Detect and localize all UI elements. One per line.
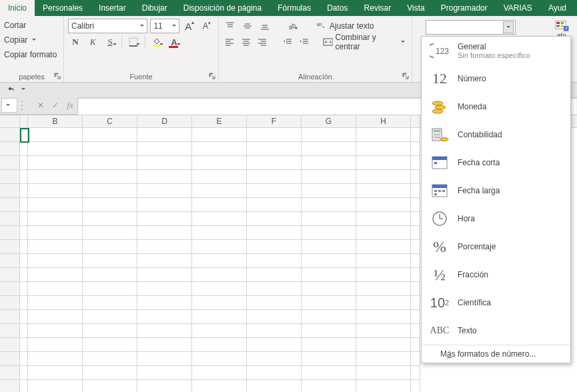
cell[interactable] [302,366,356,380]
cell[interactable] [411,240,420,254]
column-header[interactable]: E [192,115,247,127]
cell[interactable] [28,226,83,240]
row-header[interactable] [0,366,19,380]
cell[interactable] [83,128,137,142]
cell[interactable] [247,338,302,352]
cell[interactable] [28,142,83,156]
clipboard-launcher-icon[interactable] [53,72,61,80]
cut-button[interactable]: Cortar [4,19,59,32]
orientation-button[interactable]: ab [284,19,299,33]
cell[interactable] [28,128,83,142]
tab-revisar[interactable]: Revisar [356,0,400,16]
align-center-button[interactable] [239,35,253,49]
cell[interactable] [83,240,137,254]
cell[interactable] [411,254,420,268]
cell[interactable] [356,282,411,296]
cell[interactable] [28,352,83,366]
cell[interactable] [28,282,83,296]
cell[interactable] [302,170,356,184]
cell[interactable] [192,184,247,198]
cell[interactable] [20,310,28,324]
bold-button[interactable]: N [68,35,83,49]
column-header[interactable]: D [137,115,192,127]
cell[interactable] [302,254,356,268]
cell[interactable] [356,254,411,268]
cell[interactable] [356,212,411,226]
cell[interactable] [137,128,192,142]
cell[interactable] [20,212,28,226]
cell[interactable] [411,170,420,184]
cell[interactable] [247,324,302,338]
cell[interactable] [302,156,356,170]
cell[interactable] [356,240,411,254]
increase-font-button[interactable]: A▴ [182,19,197,33]
cell[interactable] [28,324,83,338]
tab-inicio[interactable]: Inicio [0,0,35,16]
column-header[interactable] [411,115,420,127]
format-currency[interactable]: Moneda [422,93,570,121]
confirm-formula-button[interactable]: ✓ [48,98,63,113]
cell[interactable] [137,268,192,282]
cell[interactable] [356,198,411,212]
align-top-button[interactable] [223,19,237,33]
merge-center-button[interactable]: Combinar y centrar [320,35,408,49]
cell[interactable] [83,352,137,366]
cell[interactable] [411,352,420,366]
cell[interactable] [247,296,302,310]
row-header[interactable] [0,156,19,170]
tab-disposicion[interactable]: Disposición de página [175,0,269,16]
cell[interactable] [137,310,192,324]
cell[interactable] [356,338,411,352]
cell[interactable] [302,310,356,324]
cell[interactable] [28,198,83,212]
tab-insertar[interactable]: Insertar [91,0,134,16]
column-header[interactable]: C [83,115,137,127]
alignment-launcher-icon[interactable] [402,72,410,80]
cell[interactable] [83,198,137,212]
cell[interactable] [137,282,192,296]
cell[interactable] [302,296,356,310]
cell[interactable] [137,212,192,226]
column-header[interactable]: B [28,115,83,127]
cell[interactable] [20,324,28,338]
cell[interactable] [356,296,411,310]
cell[interactable] [83,268,137,282]
italic-button[interactable]: K [85,35,100,49]
cell[interactable] [20,338,28,352]
cell[interactable] [83,156,137,170]
row-header[interactable] [0,128,19,142]
cell[interactable] [137,366,192,380]
format-fraction[interactable]: ½ Fracción [422,261,570,289]
cell[interactable] [20,268,28,282]
cell[interactable] [192,310,247,324]
cell[interactable] [28,366,83,380]
cell[interactable] [247,310,302,324]
font-name-combo[interactable]: Calibri [68,19,147,33]
cell[interactable] [20,226,28,240]
cell[interactable] [83,226,137,240]
cell[interactable] [28,254,83,268]
cell[interactable] [83,366,137,380]
cell[interactable] [20,282,28,296]
cell[interactable] [356,170,411,184]
insert-function-button[interactable]: fx [63,98,77,113]
cell[interactable] [137,184,192,198]
row-header[interactable] [0,142,19,156]
cell[interactable] [302,338,356,352]
tab-formulas[interactable]: Fórmulas [269,0,319,16]
format-text[interactable]: ABC Texto [422,317,570,345]
cell[interactable] [411,380,420,392]
cell[interactable] [302,226,356,240]
cell[interactable] [411,212,420,226]
cell[interactable] [411,366,420,380]
cell[interactable] [192,212,247,226]
fill-color-button[interactable] [149,35,164,49]
decrease-font-button[interactable]: A▾ [199,19,214,33]
copy-button[interactable]: Copiar [4,33,59,47]
tab-varias[interactable]: VARIAS [496,0,540,16]
cell[interactable] [20,254,28,268]
cell[interactable] [247,226,302,240]
cell[interactable] [192,170,247,184]
cell[interactable] [20,296,28,310]
cell[interactable] [302,380,356,392]
